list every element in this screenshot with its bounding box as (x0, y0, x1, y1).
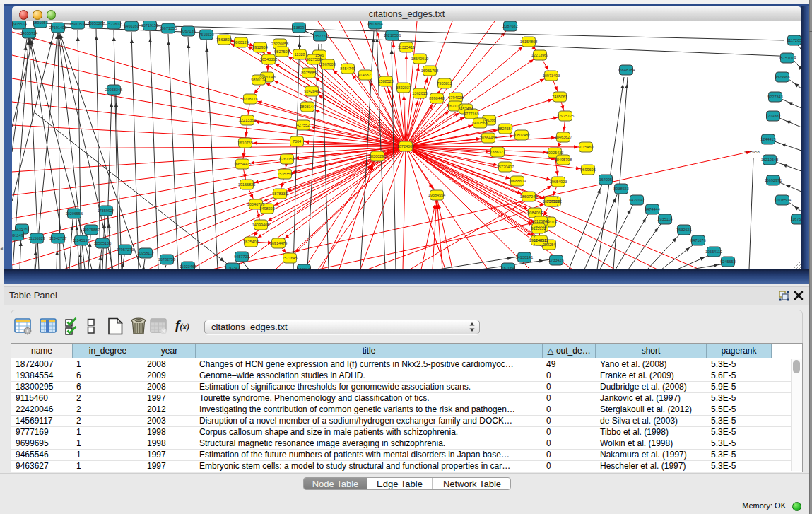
svg-text:6466160: 6466160 (124, 24, 139, 28)
svg-text:12213369: 12213369 (239, 118, 256, 122)
svg-text:9457721: 9457721 (234, 255, 249, 259)
svg-text:6794028: 6794028 (448, 95, 463, 100)
svg-text:18910532: 18910532 (69, 22, 86, 26)
svg-text:1891053: 1891053 (33, 21, 47, 25)
svg-text:1571645: 1571645 (282, 256, 297, 260)
svg-text:2967608: 2967608 (320, 62, 335, 66)
svg-text:7357224: 7357224 (312, 34, 327, 38)
svg-text:3824554: 3824554 (498, 127, 512, 131)
svg-text:2935114: 2935114 (657, 217, 672, 221)
svg-text:1527602: 1527602 (106, 22, 121, 26)
svg-text:18495798: 18495798 (555, 158, 572, 162)
svg-text:28300293: 28300293 (369, 154, 386, 158)
svg-text:19654923: 19654923 (550, 180, 567, 184)
svg-text:9777169: 9777169 (464, 112, 478, 116)
svg-text:10688609: 10688609 (509, 179, 526, 183)
svg-text:1209387: 1209387 (765, 114, 780, 118)
svg-text:1167534: 1167534 (790, 217, 801, 221)
svg-text:12975125: 12975125 (557, 114, 574, 118)
svg-text:252254: 252254 (543, 243, 555, 247)
svg-text:18607249: 18607249 (520, 194, 537, 199)
svg-text:9227343: 9227343 (767, 95, 782, 99)
svg-text:10756928: 10756928 (543, 199, 560, 204)
svg-text:1905514: 1905514 (12, 22, 27, 26)
svg-text:16961758: 16961758 (421, 69, 438, 73)
svg-text:9146821: 9146821 (358, 73, 372, 77)
svg-text:14099468: 14099468 (252, 223, 269, 227)
svg-text:16210643: 16210643 (761, 158, 778, 162)
svg-text:16543362: 16543362 (260, 57, 277, 62)
svg-text:19166825: 19166825 (238, 182, 255, 187)
svg-text:18463627: 18463627 (555, 135, 572, 139)
svg-text:1535359: 1535359 (277, 172, 292, 176)
svg-text:16154808: 16154808 (520, 40, 537, 44)
svg-text:27691406: 27691406 (49, 25, 66, 30)
svg-text:7625402: 7625402 (243, 240, 258, 244)
svg-text:10973493: 10973493 (543, 74, 560, 78)
svg-text:20053346: 20053346 (105, 88, 122, 92)
svg-text:11325419: 11325419 (398, 45, 415, 49)
svg-text:1362615: 1362615 (412, 91, 427, 95)
svg-text:1192347: 1192347 (225, 266, 240, 269)
svg-text:20364436: 20364436 (480, 136, 497, 140)
svg-text:3498222: 3498222 (259, 206, 274, 211)
svg-text:6479197: 6479197 (629, 198, 644, 202)
svg-text:8975685: 8975685 (301, 71, 316, 75)
svg-text:9699695: 9699695 (580, 168, 595, 172)
svg-text:9827509: 9827509 (274, 49, 289, 54)
svg-text:15692971: 15692971 (765, 178, 782, 182)
svg-text:12505135: 12505135 (94, 241, 111, 245)
svg-text:17359924: 17359924 (98, 209, 114, 213)
svg-text:1067135: 1067135 (180, 29, 195, 33)
svg-text:11145197: 11145197 (73, 238, 90, 243)
svg-text:9827508: 9827508 (306, 57, 321, 62)
svg-text:9860124: 9860124 (233, 40, 248, 45)
svg-text:5215958: 5215958 (744, 150, 759, 154)
svg-text:1733426: 1733426 (548, 258, 563, 262)
svg-text:8912954: 8912954 (252, 45, 267, 49)
svg-text:15720407: 15720407 (497, 165, 514, 169)
svg-text:10025433: 10025433 (546, 151, 563, 155)
svg-text:1244415: 1244415 (760, 137, 775, 141)
svg-text:8457424: 8457424 (458, 107, 473, 111)
svg-text:7386322: 7386322 (490, 150, 505, 154)
svg-text:8813054: 8813054 (367, 22, 382, 26)
svg-text:7515520: 7515520 (199, 33, 213, 37)
svg-text:16914479: 16914479 (270, 241, 287, 245)
svg-text:767064: 767064 (502, 266, 514, 269)
svg-text:5878332: 5878332 (272, 192, 287, 196)
svg-text:1435061: 1435061 (14, 227, 29, 231)
svg-text:8454749: 8454749 (340, 66, 355, 71)
svg-text:9890124: 9890124 (251, 78, 266, 82)
svg-text:11923468: 11923468 (180, 264, 196, 269)
svg-text:2803144: 2803144 (300, 105, 314, 109)
svg-text:7955812: 7955812 (437, 81, 452, 86)
svg-text:10654112: 10654112 (705, 250, 722, 254)
svg-text:12213967: 12213967 (531, 53, 548, 57)
svg-text:10807487: 10807487 (513, 133, 530, 137)
svg-text:9115132: 9115132 (531, 226, 546, 230)
svg-text:1248511: 1248511 (533, 238, 548, 243)
svg-text:16654925: 16654925 (234, 162, 251, 166)
svg-text:8471676: 8471676 (690, 238, 705, 243)
svg-text:16648784: 16648784 (618, 68, 635, 72)
svg-text:8938923: 8938923 (613, 187, 628, 191)
svg-text:18640910: 18640910 (411, 57, 428, 61)
svg-text:1117205: 1117205 (787, 38, 801, 42)
svg-text:6497568: 6497568 (472, 121, 487, 125)
svg-text:10719155: 10719155 (141, 23, 158, 28)
svg-text:17016504: 17016504 (774, 198, 791, 202)
svg-text:13809: 13809 (293, 25, 304, 30)
svg-text:391149: 391149 (12, 233, 23, 238)
svg-text:164095: 164095 (599, 177, 612, 182)
svg-text:23226058: 23226058 (271, 42, 288, 46)
svg-text:2718176: 2718176 (242, 97, 257, 101)
svg-text:8267155: 8267155 (279, 157, 294, 161)
svg-text:16120746: 16120746 (532, 219, 549, 223)
svg-text:15751074: 15751074 (779, 56, 796, 60)
svg-text:14055714: 14055714 (20, 31, 37, 35)
svg-text:10975887: 10975887 (83, 228, 100, 232)
svg-text:20206556: 20206556 (66, 211, 83, 216)
svg-text:10671355: 10671355 (160, 26, 177, 30)
svg-text:11156829: 11156829 (28, 236, 45, 240)
